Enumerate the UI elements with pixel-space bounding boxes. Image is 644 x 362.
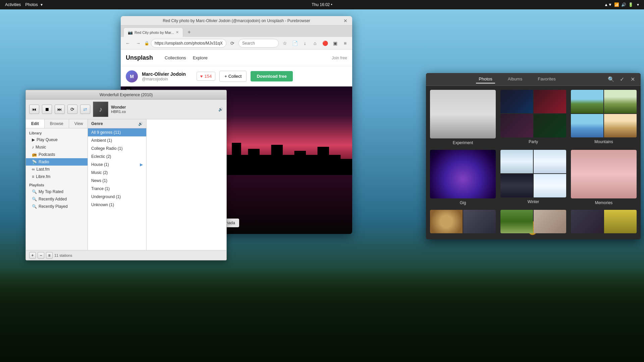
sidebar-item-librefm[interactable]: ≡ Libre.fm (26, 173, 88, 180)
like-button[interactable]: ♥ 154 (197, 72, 215, 81)
reader-view-button[interactable]: 📄 (290, 39, 299, 48)
gallery-album-mountains[interactable]: Mountains (571, 90, 637, 145)
sidebar-item-podcasts[interactable]: 📻 Podcasts (26, 151, 88, 158)
home-button[interactable]: ⌂ (311, 39, 319, 48)
menu-button[interactable]: ≡ (341, 39, 350, 48)
sidebar-item-lastfm[interactable]: ∞ Last.fm (26, 166, 88, 173)
properties-button[interactable]: ≡ (46, 252, 53, 259)
station-info: HBR1.co (111, 110, 126, 114)
remove-station-button[interactable]: − (38, 252, 44, 259)
play-queue-icon: ▶ (32, 137, 35, 142)
gallery-check-button[interactable]: ✓ (618, 75, 626, 83)
browser-refresh-button[interactable]: ⟳ (228, 39, 237, 48)
browser-search-input[interactable] (238, 39, 279, 48)
sidebar-toggle-button[interactable]: ▣ (331, 39, 339, 48)
genre-item-underground[interactable]: Underground (1) (88, 193, 146, 201)
plus-icon: + (224, 74, 227, 79)
gallery-window: Photos Albums Favorites 🔍 ✓ ✕ Experiment (426, 73, 641, 239)
gallery-album-party[interactable]: Party (500, 90, 566, 145)
genre-item-house[interactable]: House (1) ▶ (88, 161, 146, 169)
stop-button[interactable]: ⏹ (42, 105, 52, 114)
genre-house-play-icon[interactable]: ▶ (140, 162, 143, 167)
sidebar-item-music[interactable]: ♪ Music (26, 143, 88, 151)
genre-item-music[interactable]: Music (2) (88, 169, 146, 177)
genre-item-trance[interactable]: Trance (1) (88, 185, 146, 193)
system-menu-button[interactable]: ▾ (635, 2, 641, 8)
mountains-thumb-2 (604, 90, 637, 113)
prev-button[interactable]: ⏮ (29, 105, 39, 114)
browser-tab-active[interactable]: 📷 Red City photo by Mar... ✕ (123, 27, 183, 37)
repeat-button[interactable]: ⟳ (67, 105, 77, 114)
sidebar-item-recently-played[interactable]: 🔍 Recently Played (26, 203, 88, 210)
sidebar-top-rated-label: My Top Rated (39, 189, 63, 194)
nav-explore[interactable]: Explore (193, 55, 208, 60)
gallery-album-memories[interactable]: Memories (571, 150, 637, 205)
experiment-album-cover (430, 90, 496, 138)
genre-all-label: All 9 genres (11) (91, 130, 121, 135)
gallery-album-winter[interactable]: Winter (500, 150, 566, 205)
tab-favicon: 📷 (128, 30, 133, 35)
music-controls-bar: ⏮ ⏹ ⏭ ⟳ ⇄ ♪ Wonder HBR1.co 🔊 (26, 100, 226, 119)
volume-control[interactable]: 🔊 (218, 107, 223, 112)
tab-edit[interactable]: Edit (26, 119, 45, 128)
gallery-close-button[interactable]: ✕ (629, 75, 637, 83)
genre-panel: Genre 🔊 All 9 genres (11) Ambient (1) Co… (88, 119, 147, 250)
join-free-text[interactable]: Join free (332, 56, 347, 60)
tab-view[interactable]: View (69, 119, 88, 128)
download-free-button[interactable]: Download free (251, 71, 293, 81)
genre-item-college-radio[interactable]: College Radio (1) (88, 144, 146, 153)
sidebar-item-top-rated[interactable]: 🔍 My Top Rated (26, 188, 88, 195)
gallery-tab-photos[interactable]: Photos (476, 75, 495, 83)
gallery-tabs: Photos Albums Favorites (430, 75, 604, 83)
genre-item-eclectic[interactable]: Eclectic (2) (88, 153, 146, 161)
new-tab-button[interactable]: + (184, 27, 194, 37)
browser-title: Red City photo by Marc-Olivier Jodoin (@… (163, 18, 310, 23)
unsplash-header-actions: Join free (332, 56, 347, 60)
bottom-thumb-2a (500, 210, 533, 233)
party-album-grid (500, 90, 566, 137)
user-name: Marc-Olivier Jodoin (142, 71, 186, 77)
memories-thumb (571, 150, 637, 198)
url-bar-input[interactable] (151, 39, 226, 48)
winter-album-label: Winter (500, 199, 566, 204)
gallery-search-button[interactable]: 🔍 (607, 75, 615, 83)
sidebar-item-recently-added[interactable]: 🔍 Recently Added (26, 195, 88, 203)
browser-back-button[interactable]: ← (123, 39, 132, 48)
genre-item-ambient[interactable]: Ambient (1) (88, 136, 146, 144)
download-button[interactable]: ↓ (301, 39, 309, 48)
add-station-button[interactable]: + (29, 252, 36, 259)
genre-item-unknown[interactable]: Unknown (1) (88, 201, 146, 209)
gallery-album-gig[interactable]: Gig (430, 150, 496, 205)
browser-window-close-button[interactable]: ✕ (342, 17, 349, 24)
genre-item-news[interactable]: News (1) (88, 177, 146, 185)
tab-close-button[interactable]: ✕ (176, 30, 179, 35)
collect-button[interactable]: + Collect (219, 71, 247, 82)
gallery-album-bottom-3[interactable] (571, 210, 637, 235)
genre-item-all[interactable]: All 9 genres (11) (88, 128, 146, 136)
bookmark-button[interactable]: ☆ (280, 39, 289, 48)
nav-collections[interactable]: Collections (165, 55, 186, 60)
system-topbar: Activities Photos ▾ Thu 16:02 • ▲▼ 📶 🔊 🔋… (0, 0, 644, 9)
sidebar-item-play-queue[interactable]: ▶ Play Queue (26, 136, 88, 143)
browser-tabs-bar: 📷 Red City photo by Mar... ✕ + (121, 25, 352, 37)
sidebar-play-queue-label: Play Queue (37, 137, 58, 142)
activities-button[interactable]: Activities (3, 2, 22, 8)
mountains-thumb-1 (571, 90, 603, 113)
extension-button[interactable]: 🔴 (321, 39, 329, 48)
browser-toolbar: ← → 🔒 ⟳ ☆ 📄 ↓ ⌂ 🔴 ▣ ≡ (121, 37, 352, 50)
genre-unknown-label: Unknown (1) (91, 202, 114, 207)
tab-browse[interactable]: Browse (45, 119, 69, 128)
gallery-album-bottom-1[interactable] (430, 210, 496, 235)
music-title: Wonderfull Experience (2010) (100, 93, 153, 97)
party-thumb-3 (500, 114, 533, 137)
sidebar-item-radio[interactable]: 📡 Radio (26, 158, 88, 166)
gallery-tab-favorites[interactable]: Favorites (535, 75, 558, 83)
browser-forward-button[interactable]: → (134, 39, 143, 48)
gallery-album-experiment[interactable]: Experiment (430, 90, 496, 145)
sidebar-lastfm-label: Last.fm (37, 167, 50, 172)
next-button[interactable]: ⏭ (55, 105, 65, 114)
shuffle-button[interactable]: ⇄ (80, 105, 90, 114)
network-icon: ▲▼ (604, 2, 612, 7)
gallery-tab-albums[interactable]: Albums (505, 75, 525, 83)
bottom-thumb-3a (571, 210, 603, 233)
